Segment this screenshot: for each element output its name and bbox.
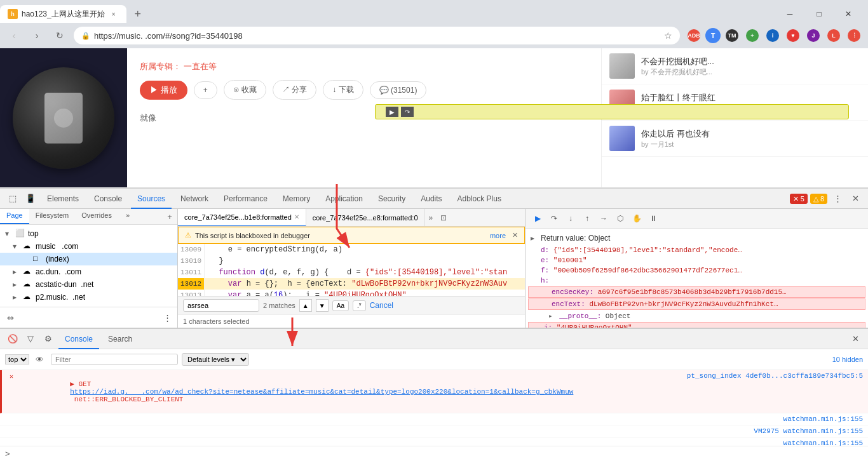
new-tab-btn[interactable]: + — [129, 5, 147, 23]
ext3-icon[interactable]: ♥ — [784, 27, 802, 44]
album-link[interactable]: 一直在等 — [184, 62, 217, 71]
step-over-btn[interactable]: ↷ — [547, 211, 561, 225]
tab-application[interactable]: Application — [319, 189, 369, 209]
album-label: 所属专辑： — [140, 62, 181, 71]
page-tab[interactable]: Page — [0, 209, 29, 224]
search-tab[interactable]: Search — [102, 329, 139, 349]
tree-item-p2music[interactable]: ▸ ☁ p2.music. .net — [0, 291, 177, 304]
search-prev-btn[interactable]: ▲ — [299, 299, 312, 312]
console-close-btn[interactable]: ✕ — [848, 331, 863, 347]
devtools-more-btn[interactable]: ⋮ — [830, 191, 845, 206]
file-tab-menu-btn[interactable]: ⊡ — [437, 213, 451, 222]
deactivate-breakpoints-btn[interactable]: ⬡ — [613, 211, 627, 225]
download-btn[interactable]: ↓ 下载 — [323, 80, 363, 100]
step-btn[interactable]: → — [597, 211, 611, 225]
tree-item-acdun[interactable]: ▸ ☁ ac.dun. .com — [0, 265, 177, 278]
step-over-btn[interactable]: ↷ — [401, 107, 414, 117]
blackbox-more-link[interactable]: more — [490, 232, 506, 239]
reload-btn[interactable]: ↻ — [51, 27, 69, 44]
tree-label: p2.music. .net — [36, 293, 85, 302]
maximize-btn[interactable]: □ — [804, 5, 834, 23]
tab-security[interactable]: Security — [372, 189, 412, 209]
step-out-btn[interactable]: ↑ — [580, 211, 594, 225]
bookmark-icon[interactable]: ☆ — [664, 30, 672, 41]
file-tab-close[interactable]: ✕ — [294, 213, 299, 220]
console-filter-input[interactable] — [51, 354, 178, 365]
resume-btn[interactable]: ▶ — [386, 107, 398, 117]
more-tabs-btn[interactable]: » — [119, 209, 136, 224]
file-tab-2[interactable]: core_7a734ef25e...e8:formatted:0 — [306, 209, 425, 227]
source-link[interactable]: watchman.min.js:155 — [783, 415, 863, 423]
tampermonkey-icon[interactable]: TM — [723, 27, 741, 44]
source-link[interactable]: VM2975 watchman.min.js:155 — [754, 427, 863, 435]
tab-network[interactable]: Network — [174, 189, 215, 209]
ext1-icon[interactable]: + — [743, 27, 761, 44]
add-btn[interactable]: + — [194, 81, 217, 99]
tab-sources[interactable]: Sources — [131, 189, 172, 209]
devtools-close-btn[interactable]: ✕ — [848, 191, 863, 206]
minimize-btn[interactable]: ─ — [775, 5, 804, 23]
file-tab-1[interactable]: core_7a734ef25e...b1e8:formatted ✕ — [178, 209, 306, 227]
code-search-input[interactable] — [183, 299, 259, 312]
file-tabs-overflow-btn[interactable]: » — [425, 213, 437, 222]
eye-icon[interactable]: 👁 — [32, 352, 47, 367]
filesystem-tab[interactable]: Filesystem — [29, 209, 76, 224]
back-btn[interactable]: ‹ — [5, 27, 23, 44]
console-clear-btn[interactable]: 🚫 — [5, 331, 20, 347]
active-tab[interactable]: h hao123_上网从这里开始 × — [0, 5, 126, 23]
log-level-select[interactable]: Default levels ▾ — [182, 353, 249, 366]
tree-expand-icon[interactable]: ⇔ — [3, 310, 18, 325]
devtools-inspect-icon[interactable]: ⬚ — [5, 191, 20, 206]
resume-execution-btn[interactable]: ▶ — [531, 211, 545, 225]
menu-icon[interactable]: ⋮ — [845, 27, 863, 44]
tab-adblock[interactable]: Adblock Plus — [451, 189, 508, 209]
tree-item-music[interactable]: ▾ ☁ music .com — [0, 240, 177, 253]
tab-performance[interactable]: Performance — [217, 189, 274, 209]
sources-add-btn[interactable]: + — [162, 209, 177, 224]
ext4-icon[interactable]: J — [804, 27, 822, 44]
tab-console[interactable]: Console — [88, 189, 128, 209]
translate-icon[interactable]: T — [705, 28, 721, 43]
song-name: 你走以后 再也没有 — [641, 128, 860, 140]
comment-btn[interactable]: 💬 (31501) — [370, 81, 427, 99]
tab-close-btn[interactable]: × — [109, 9, 119, 19]
close-btn[interactable]: ✕ — [834, 5, 863, 23]
user-icon[interactable]: L — [825, 27, 843, 44]
tree-item-top[interactable]: ▾ ⬜ top — [0, 227, 177, 240]
tab-elements[interactable]: Elements — [41, 189, 85, 209]
tree-item-acstatic[interactable]: ▸ ☁ acstatic-dun .net — [0, 278, 177, 291]
return-value-header[interactable]: ▸ Return value: Object — [526, 231, 868, 245]
devtools-device-icon[interactable]: 📱 — [23, 191, 38, 206]
forward-btn[interactable]: › — [28, 27, 46, 44]
share-btn[interactable]: ↗ 分享 — [273, 80, 316, 100]
console-filter-toggle[interactable]: ▽ — [23, 331, 38, 347]
chevron-right-icon: ▸ — [13, 280, 20, 289]
tab-memory[interactable]: Memory — [276, 189, 316, 209]
code-editor[interactable]: 13009 e = encryptedString(d, a) 13010 } … — [178, 244, 525, 296]
error-url-link[interactable]: https://iad.g. .com/wa/ad_check?site=net… — [70, 388, 573, 396]
search-next-btn[interactable]: ▼ — [316, 299, 329, 312]
console-entry-info: VM2975 watchman.min.js:155 — [0, 425, 868, 438]
console-tab[interactable]: Console — [58, 329, 99, 349]
context-selector[interactable]: top — [5, 354, 29, 364]
ext2-icon[interactable]: i — [764, 27, 782, 44]
search-cancel-btn[interactable]: Cancel — [370, 301, 393, 310]
tree-item-index[interactable]: □ (index) — [0, 253, 177, 265]
line-number: 13012 — [178, 278, 205, 290]
tab-audits[interactable]: Audits — [414, 189, 448, 209]
case-sensitive-btn[interactable]: Aa — [332, 300, 349, 311]
error-source-link[interactable]: pt_song_index 4def0b...c3cffa189e734fbc5… — [687, 372, 863, 380]
regex-btn[interactable]: .* — [353, 300, 366, 311]
tree-more-icon[interactable]: ⋮ — [159, 310, 175, 325]
step-into-btn[interactable]: ↓ — [564, 211, 578, 225]
address-input[interactable]: 🔒 https://music. .com/#/song?id=35440198… — [74, 27, 680, 44]
source-link[interactable]: watchman.min.js:155 — [783, 439, 863, 446]
play-btn[interactable]: ▶ 播放 — [140, 81, 187, 100]
collect-btn[interactable]: ⊙ 收藏 — [224, 80, 266, 100]
blackbox-close-btn[interactable]: ✕ — [512, 231, 518, 239]
extensions-icon[interactable]: ADB — [685, 27, 703, 44]
dont-pause-exceptions-btn[interactable]: ✋ — [630, 211, 644, 225]
overrides-tab[interactable]: Overrides — [75, 209, 118, 224]
console-settings-btn[interactable]: ⚙ — [41, 331, 56, 347]
pause-async-btn[interactable]: ⏸ — [646, 211, 660, 225]
